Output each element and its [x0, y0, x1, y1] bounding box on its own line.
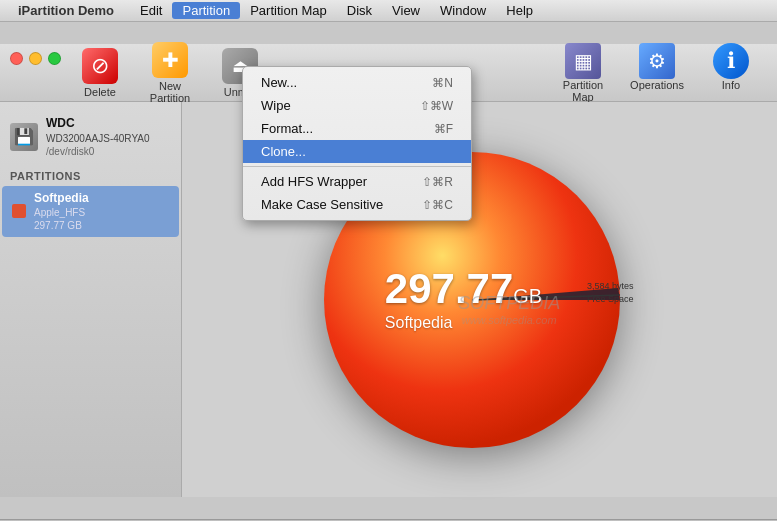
- operations-icon: [639, 43, 675, 79]
- toolbar-right: Partition Map Operations Info: [549, 39, 765, 107]
- menu-window[interactable]: Window: [430, 2, 496, 19]
- delete-icon: [82, 48, 118, 84]
- operations-button[interactable]: Operations: [623, 39, 691, 107]
- info-label: Info: [722, 79, 740, 91]
- delete-button[interactable]: Delete: [68, 44, 132, 102]
- app-menu[interactable]: iPartition Demo: [18, 3, 114, 18]
- partition-map-button[interactable]: Partition Map: [549, 39, 617, 107]
- partitions-header: Partitions: [0, 164, 181, 186]
- disk-item[interactable]: 💾 WDC WD3200AAJS-40RYA0 /dev/rdisk0: [0, 110, 181, 164]
- disk-model: WD3200AAJS-40RYA0: [46, 132, 150, 145]
- partition-color-swatch: [12, 204, 26, 218]
- menu-wipe[interactable]: Wipe ⇧⌘W: [243, 94, 471, 117]
- partition-map-icon: [565, 43, 601, 79]
- partition-filesystem: Apple_HFS: [34, 206, 89, 219]
- menu-format[interactable]: Format... ⌘F: [243, 117, 471, 140]
- menu-disk[interactable]: Disk: [337, 2, 382, 19]
- menu-items: Edit Partition Partition Map Disk View W…: [130, 2, 543, 19]
- maximize-button[interactable]: [48, 52, 61, 65]
- menu-divider-1: [243, 166, 471, 167]
- info-icon: [713, 43, 749, 79]
- partition-info: Softpedia Apple_HFS 297.77 GB: [34, 191, 89, 233]
- menu-partition[interactable]: Partition: [172, 2, 240, 19]
- disk-info: WDC WD3200AAJS-40RYA0 /dev/rdisk0: [46, 116, 150, 158]
- menu-help[interactable]: Help: [496, 2, 543, 19]
- traffic-lights: [10, 52, 61, 65]
- menu-new[interactable]: New... ⌘N: [243, 71, 471, 94]
- menu-make-case[interactable]: Make Case Sensitive ⇧⌘C: [243, 193, 471, 216]
- menu-add-hfs-shortcut: ⇧⌘R: [422, 175, 453, 189]
- info-button[interactable]: Info: [697, 39, 765, 107]
- operations-label: Operations: [630, 79, 684, 91]
- disk-device: /dev/rdisk0: [46, 145, 150, 158]
- close-button[interactable]: [10, 52, 23, 65]
- menu-bar: iPartition Demo Edit Partition Partition…: [0, 0, 777, 22]
- partition-size: 297.77 GB: [34, 219, 89, 232]
- menu-add-hfs[interactable]: Add HFS Wrapper ⇧⌘R: [243, 170, 471, 193]
- new-partition-label: New Partition: [142, 80, 198, 104]
- disk-icon: 💾: [10, 123, 38, 151]
- main-window: Delete New Partition Unm... Partition Ma…: [0, 44, 777, 521]
- menu-format-shortcut: ⌘F: [434, 122, 453, 136]
- partition-name: Softpedia: [34, 191, 89, 207]
- partition-menu: New... ⌘N Wipe ⇧⌘W Format... ⌘F Clone...…: [242, 66, 472, 221]
- new-partition-button[interactable]: New Partition: [138, 38, 202, 108]
- pie-legend: 3,584 bytes Free Space: [587, 281, 634, 306]
- menu-make-case-shortcut: ⇧⌘C: [422, 198, 453, 212]
- menu-wipe-shortcut: ⇧⌘W: [420, 99, 453, 113]
- delete-label: Delete: [84, 86, 116, 98]
- menu-view[interactable]: View: [382, 2, 430, 19]
- menu-clone[interactable]: Clone...: [243, 140, 471, 163]
- menu-partition-map[interactable]: Partition Map: [240, 2, 337, 19]
- partition-map-label: Partition Map: [553, 79, 613, 103]
- sidebar: 💾 WDC WD3200AAJS-40RYA0 /dev/rdisk0 Part…: [0, 102, 182, 497]
- partition-item[interactable]: Softpedia Apple_HFS 297.77 GB: [2, 186, 179, 238]
- new-partition-icon: [152, 42, 188, 78]
- menu-new-shortcut: ⌘N: [432, 76, 453, 90]
- menu-edit[interactable]: Edit: [130, 2, 172, 19]
- minimize-button[interactable]: [29, 52, 42, 65]
- disk-name: WDC: [46, 116, 150, 132]
